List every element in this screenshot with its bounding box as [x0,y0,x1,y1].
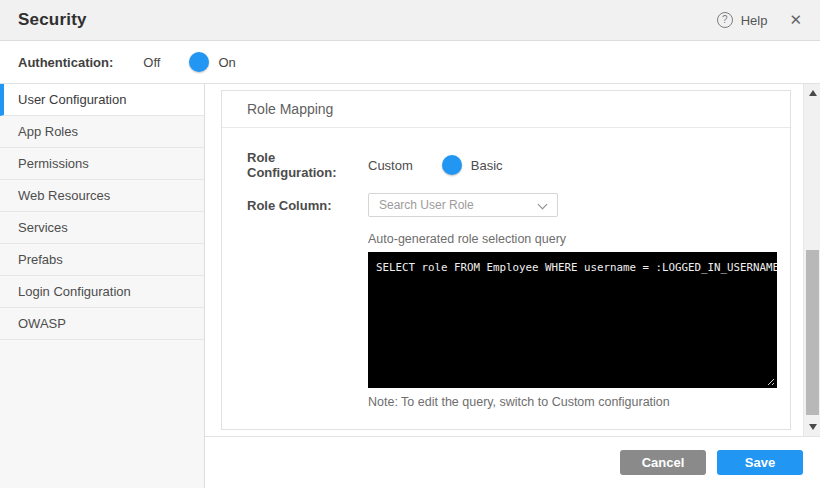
settings-sidebar: User Configuration App Roles Permissions… [0,84,205,488]
role-configuration-toggle[interactable] [424,156,460,174]
sidebar-item-services[interactable]: Services [0,212,204,244]
sidebar-item-prefabs[interactable]: Prefabs [0,244,204,276]
content-area: Role Mapping Role Configuration: Custom … [205,84,820,436]
role-mapping-card: Role Mapping Role Configuration: Custom … [221,90,791,430]
authentication-off-label: Off [143,55,160,70]
sidebar-item-owasp[interactable]: OWASP [0,308,204,340]
role-configuration-row: Role Configuration: Custom Basic [247,150,765,180]
role-column-search-input[interactable] [369,194,557,216]
help-link[interactable]: Help [741,13,768,28]
role-mapping-form: Role Configuration: Custom Basic Role Co… [222,128,790,409]
role-column-label: Role Column: [247,198,368,213]
sidebar-item-app-roles[interactable]: App Roles [0,116,204,148]
query-label: Auto-generated role selection query [368,232,765,246]
authentication-on-label: On [218,55,235,70]
role-column-select[interactable] [368,193,558,217]
scrollbar-thumb[interactable] [806,250,819,415]
dialog-footer: Cancel Save [205,436,820,488]
role-column-row: Role Column: [247,193,765,217]
close-icon[interactable]: ✕ [789,11,802,29]
authentication-bar: Authentication: Off On [0,41,820,84]
role-mapping-title: Role Mapping [222,91,790,128]
sidebar-item-web-resources[interactable]: Web Resources [0,180,204,212]
basic-option-label: Basic [471,158,503,173]
custom-option-label: Custom [368,158,413,173]
main-panel: Role Mapping Role Configuration: Custom … [205,84,820,488]
scroll-up-arrow-icon[interactable] [804,86,820,100]
sidebar-item-user-configuration[interactable]: User Configuration [0,84,204,116]
save-button[interactable]: Save [717,450,803,475]
dialog-header: Security ? Help ✕ [0,0,820,41]
sidebar-item-permissions[interactable]: Permissions [0,148,204,180]
security-dialog: Security ? Help ✕ Authentication: Off On… [0,0,820,488]
role-query-textarea[interactable]: SELECT role FROM Employee WHERE username… [368,252,777,388]
vertical-scrollbar[interactable] [803,84,820,436]
scroll-down-arrow-icon[interactable] [804,420,820,434]
authentication-label: Authentication: [18,55,113,70]
role-configuration-label: Role Configuration: [247,150,368,180]
page-title: Security [18,10,87,30]
sidebar-item-login-configuration[interactable]: Login Configuration [0,276,204,308]
resize-handle-icon[interactable] [766,377,775,386]
toggle-knob [442,155,462,175]
dialog-body: User Configuration App Roles Permissions… [0,84,820,488]
toggle-knob [189,52,209,72]
help-icon[interactable]: ? [717,12,733,28]
authentication-toggle[interactable] [171,53,207,71]
cancel-button[interactable]: Cancel [620,450,706,475]
header-actions: ? Help ✕ [717,11,802,29]
query-editor-wrap: SELECT role FROM Employee WHERE username… [368,252,777,388]
query-note: Note: To edit the query, switch to Custo… [368,395,765,409]
